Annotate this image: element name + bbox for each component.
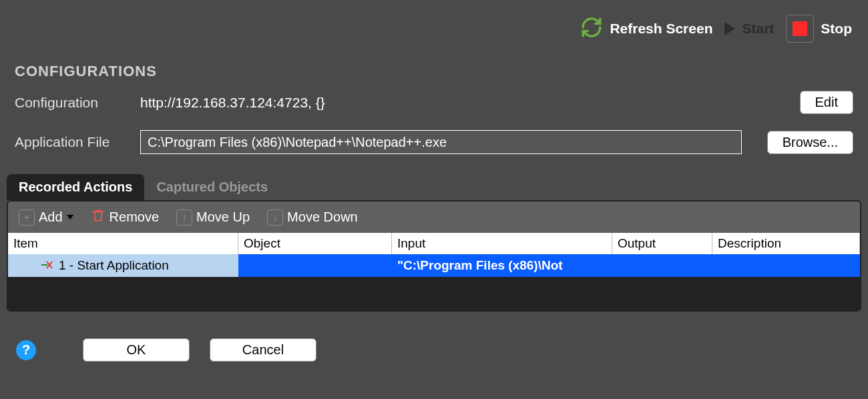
refresh-icon xyxy=(580,16,603,42)
move-up-label: Move Up xyxy=(196,210,250,225)
arrow-up-icon: ↑ xyxy=(176,210,192,226)
move-down-button[interactable]: ↓ Move Down xyxy=(263,208,362,227)
configuration-row: Configuration http://192.168.37.124:4723… xyxy=(0,87,868,118)
stop-icon xyxy=(786,15,814,43)
cell-input: "C:\Program Files (x86)\Not xyxy=(392,254,612,277)
recorded-actions-panel: + Add Remove ↑ Move Up ↓ Move Down Item … xyxy=(7,200,861,312)
add-button[interactable]: + Add xyxy=(15,208,77,227)
top-toolbar: Refresh Screen Start Stop xyxy=(0,0,868,51)
browse-button[interactable]: Browse... xyxy=(767,131,853,154)
plus-icon: + xyxy=(19,210,35,226)
stop-label: Stop xyxy=(821,21,852,37)
ok-button[interactable]: OK xyxy=(83,338,190,362)
cell-object xyxy=(238,254,392,277)
cancel-button[interactable]: Cancel xyxy=(210,338,316,362)
cell-description xyxy=(712,254,860,277)
move-up-button[interactable]: ↑ Move Up xyxy=(172,208,254,227)
cell-output xyxy=(612,254,712,277)
trash-icon xyxy=(91,208,105,226)
tabs-header: Recorded Actions Captured Objects xyxy=(7,174,861,200)
configuration-value: http://192.168.37.124:4723, {} xyxy=(140,95,787,111)
table-row[interactable]: 1 - Start Application "C:\Program Files … xyxy=(8,254,860,277)
cell-item: 1 - Start Application xyxy=(8,254,238,277)
bottom-bar: ? OK Cancel xyxy=(0,312,868,362)
move-down-label: Move Down xyxy=(287,210,358,225)
refresh-label: Refresh Screen xyxy=(610,21,712,37)
help-button[interactable]: ? xyxy=(16,340,36,360)
refresh-screen-button[interactable]: Refresh Screen xyxy=(580,16,712,42)
arrow-down-icon: ↓ xyxy=(267,210,283,226)
col-header-object[interactable]: Object xyxy=(238,233,392,254)
play-icon xyxy=(724,22,735,35)
tab-captured-objects[interactable]: Captured Objects xyxy=(144,174,280,200)
table-empty-area xyxy=(8,277,860,310)
col-header-input[interactable]: Input xyxy=(392,233,612,254)
configurations-heading: CONFIGURATIONS xyxy=(0,51,868,87)
stop-button[interactable]: Stop xyxy=(786,15,852,43)
remove-button[interactable]: Remove xyxy=(87,207,163,228)
application-file-row: Application File Browse... xyxy=(0,126,868,158)
cell-item-text: 1 - Start Application xyxy=(59,258,169,273)
action-icon xyxy=(41,258,53,273)
col-header-description[interactable]: Description xyxy=(712,233,860,254)
tabs-container: Recorded Actions Captured Objects + Add … xyxy=(7,174,861,312)
application-file-input[interactable] xyxy=(140,130,742,154)
edit-button[interactable]: Edit xyxy=(800,91,853,114)
start-button: Start xyxy=(724,21,774,37)
add-label: Add xyxy=(39,210,63,225)
configuration-label: Configuration xyxy=(15,95,127,111)
chevron-down-icon xyxy=(67,215,73,220)
col-header-output[interactable]: Output xyxy=(612,233,712,254)
application-file-label: Application File xyxy=(15,134,127,150)
panel-toolbar: + Add Remove ↑ Move Up ↓ Move Down xyxy=(8,202,860,233)
remove-label: Remove xyxy=(110,210,159,225)
col-header-item[interactable]: Item xyxy=(8,233,238,254)
start-label: Start xyxy=(742,21,774,37)
table-header: Item Object Input Output Description xyxy=(8,233,860,254)
tab-recorded-actions[interactable]: Recorded Actions xyxy=(7,174,144,200)
